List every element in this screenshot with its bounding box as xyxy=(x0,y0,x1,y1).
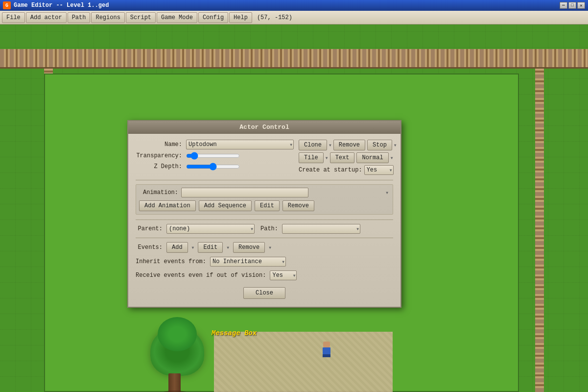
left-controls: Name: Uptodown Transparency: xyxy=(136,140,294,175)
create-startup-select[interactable]: Yes xyxy=(364,165,394,175)
edit-animation-button[interactable]: Edit xyxy=(255,200,280,211)
title-bar: G Game Editor -- Level 1..ged — □ ✕ xyxy=(0,0,588,11)
menu-path[interactable]: Path xyxy=(68,12,91,23)
maximize-button[interactable]: □ xyxy=(568,2,576,9)
menu-game-mode[interactable]: Game Mode xyxy=(157,12,197,23)
events-row: Events: Add ▼ Edit ▼ Remove ▼ xyxy=(136,242,393,253)
app-icon-text: G xyxy=(5,3,8,8)
title-bar-controls: — □ ✕ xyxy=(560,2,585,9)
menu-script[interactable]: Script xyxy=(126,12,156,23)
path-label: Path: xyxy=(259,225,278,232)
character-sprite xyxy=(322,342,331,356)
zdepth-slider[interactable] xyxy=(186,163,240,170)
fence-right xyxy=(535,69,544,392)
add-animation-button[interactable]: Add Animation xyxy=(139,200,196,211)
sand-area xyxy=(214,332,393,392)
menu-file[interactable]: File xyxy=(2,12,25,23)
zdepth-label: Z Depth: xyxy=(136,163,182,170)
tree-leaves xyxy=(150,327,204,376)
menu-config[interactable]: Config xyxy=(198,12,228,23)
name-select[interactable]: Uptodown xyxy=(186,140,294,149)
remove-event-button[interactable]: Remove xyxy=(233,242,265,253)
create-startup-select-wrapper[interactable]: Yes xyxy=(364,165,394,175)
message-box: Message Box xyxy=(212,329,257,337)
inherit-select[interactable]: No Inheritance xyxy=(210,257,286,267)
animation-label: Animation: xyxy=(139,189,178,196)
window-title: Game Editor -- Level 1..ged xyxy=(14,2,109,9)
transparency-slider[interactable] xyxy=(186,152,240,159)
game-world: Message Box Actor Control Name: xyxy=(0,24,588,392)
add-sequence-button[interactable]: Add Sequence xyxy=(199,200,252,211)
receive-events-label: Receive events even if out of vision: xyxy=(136,272,266,279)
app-icon: G xyxy=(3,1,11,9)
events-section: Events: Add ▼ Edit ▼ Remove ▼ Inherit ev xyxy=(136,242,393,280)
parent-label: Parent: xyxy=(136,225,163,232)
tree-sprite xyxy=(148,327,207,392)
parent-select[interactable]: (none) xyxy=(166,224,255,234)
receive-events-row: Receive events even if out of vision: Ye… xyxy=(136,270,393,280)
divider-1 xyxy=(136,180,393,180)
minimize-button[interactable]: — xyxy=(560,2,567,9)
dialog-body: Name: Uptodown Transparency: xyxy=(128,134,400,307)
add-event-button[interactable]: Add xyxy=(166,242,188,253)
receive-events-select[interactable]: Yes xyxy=(270,270,297,280)
edit-event-label: Edit xyxy=(203,244,217,251)
fence-top xyxy=(0,49,588,69)
coords-display: (57, -152) xyxy=(253,13,296,23)
stop-button[interactable]: Stop xyxy=(367,140,392,150)
menu-regions[interactable]: Regions xyxy=(91,12,124,23)
top-section: Name: Uptodown Transparency: xyxy=(136,140,393,175)
right-buttons-row1: Clone ▼ Remove Stop ▼ xyxy=(299,140,397,150)
path-select-wrapper[interactable] xyxy=(282,224,360,234)
title-bar-left: G Game Editor -- Level 1..ged xyxy=(3,1,109,9)
animation-select-wrapper[interactable] xyxy=(181,188,390,197)
menu-help[interactable]: Help xyxy=(229,12,252,23)
close-row: Close xyxy=(136,284,393,301)
events-label: Events: xyxy=(136,244,163,251)
add-event-arrow: ▼ xyxy=(192,245,194,250)
close-window-button[interactable]: ✕ xyxy=(577,2,585,9)
name-label: Name: xyxy=(136,141,182,148)
edit-event-button[interactable]: Edit xyxy=(198,242,223,253)
remove-animation-button[interactable]: Remove xyxy=(282,200,314,211)
edit-event-arrow: ▼ xyxy=(227,245,229,250)
menu-bar: File Add actor Path Regions Script Game … xyxy=(0,11,588,24)
remove-button[interactable]: Remove xyxy=(333,140,365,150)
actor-dialog: Actor Control Name: Uptodown xyxy=(127,120,401,308)
char-body xyxy=(323,347,330,354)
remove-event-label: Remove xyxy=(238,244,259,251)
inherit-row: Inherit events from: No Inheritance xyxy=(136,257,393,267)
zdepth-row: Z Depth: xyxy=(136,163,294,170)
normal-button[interactable]: Normal xyxy=(356,152,388,163)
remove-event-arrow: ▼ xyxy=(269,245,271,250)
animation-row2: Add Animation Add Sequence Edit Remove xyxy=(139,200,390,211)
clone-button[interactable]: Clone xyxy=(299,140,327,150)
inherit-label: Inherit events from: xyxy=(136,258,206,265)
path-select[interactable] xyxy=(282,224,360,234)
divider-3 xyxy=(136,238,393,238)
inherit-select-wrapper[interactable]: No Inheritance xyxy=(210,257,286,267)
name-select-wrapper[interactable]: Uptodown xyxy=(186,140,294,149)
menu-add-actor[interactable]: Add actor xyxy=(26,12,67,23)
transparency-label: Transparency: xyxy=(136,152,182,159)
transparency-row: Transparency: xyxy=(136,152,294,159)
animation-select[interactable] xyxy=(181,188,308,197)
parent-select-wrapper[interactable]: (none) xyxy=(166,224,255,234)
right-buttons-row3: Create at startup: Yes xyxy=(299,165,397,175)
char-head xyxy=(323,342,330,347)
receive-events-select-wrapper[interactable]: Yes xyxy=(270,270,297,280)
close-button[interactable]: Close xyxy=(243,287,285,299)
tile-button[interactable]: Tile xyxy=(299,152,324,163)
animation-row1: Animation: xyxy=(139,188,390,197)
create-startup-label: Create at startup: xyxy=(299,167,362,173)
tree-trunk xyxy=(168,373,181,392)
right-controls: Clone ▼ Remove Stop ▼ Tile ▼ Text Normal… xyxy=(299,140,397,175)
char-legs xyxy=(323,354,330,357)
divider-2 xyxy=(136,220,393,220)
name-row: Name: Uptodown xyxy=(136,140,294,149)
animation-section: Animation: Add Animation Add Sequence Ed… xyxy=(136,184,393,215)
dialog-title: Actor Control xyxy=(128,121,400,134)
transparency-slider-container xyxy=(186,152,240,159)
add-event-label: Add xyxy=(172,244,183,251)
text-button[interactable]: Text xyxy=(330,152,355,163)
